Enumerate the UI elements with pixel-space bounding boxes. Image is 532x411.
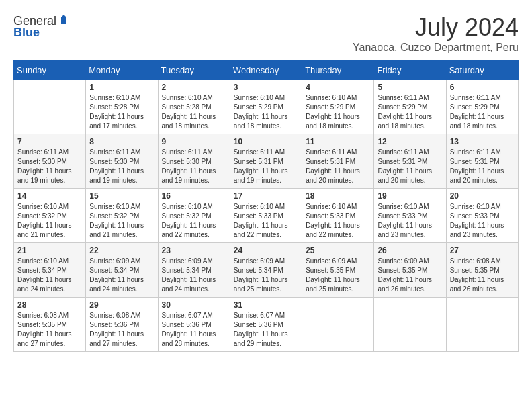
day-number: 31 (234, 300, 298, 310)
month-title: July 2024 (353, 13, 519, 42)
weekday-header-friday: Friday (374, 61, 446, 80)
day-info: Sunrise: 6:11 AM Sunset: 5:29 PM Dayligh… (450, 93, 515, 131)
sunset-text: Sunset: 5:35 PM (450, 267, 500, 274)
day-info: Sunrise: 6:09 AM Sunset: 5:35 PM Dayligh… (306, 257, 370, 294)
calendar-cell: 5 Sunrise: 6:11 AM Sunset: 5:29 PM Dayli… (374, 80, 446, 134)
location-title: Yanaoca, Cuzco Department, Peru (353, 42, 519, 54)
calendar-cell: 21 Sunrise: 6:10 AM Sunset: 5:34 PM Dayl… (14, 243, 86, 298)
day-info: Sunrise: 6:10 AM Sunset: 5:33 PM Dayligh… (306, 202, 370, 240)
svg-marker-0 (58, 15, 69, 24)
day-info: Sunrise: 6:10 AM Sunset: 5:33 PM Dayligh… (234, 202, 298, 240)
calendar-cell: 14 Sunrise: 6:10 AM Sunset: 5:32 PM Dayl… (14, 189, 86, 243)
sunset-text: Sunset: 5:33 PM (306, 212, 355, 220)
day-number: 12 (378, 137, 442, 146)
day-info: Sunrise: 6:10 AM Sunset: 5:32 PM Dayligh… (89, 202, 154, 240)
sunrise-text: Sunrise: 6:10 AM (450, 203, 501, 210)
calendar-cell: 17 Sunrise: 6:10 AM Sunset: 5:33 PM Dayl… (230, 189, 302, 243)
calendar-cell: 15 Sunrise: 6:10 AM Sunset: 5:32 PM Dayl… (86, 189, 158, 243)
title-section: July 2024 Yanaoca, Cuzco Department, Per… (353, 13, 519, 54)
logo-arrow-icon (58, 15, 69, 28)
sunset-text: Sunset: 5:36 PM (162, 321, 212, 328)
sunset-text: Sunset: 5:32 PM (17, 212, 67, 220)
weekday-header-wednesday: Wednesday (230, 61, 302, 80)
calendar-cell: 16 Sunrise: 6:10 AM Sunset: 5:32 PM Dayl… (158, 189, 230, 243)
day-number: 29 (89, 300, 154, 310)
sunrise-text: Sunrise: 6:11 AM (162, 148, 213, 156)
day-number: 28 (17, 300, 82, 310)
calendar-cell: 3 Sunrise: 6:10 AM Sunset: 5:29 PM Dayli… (230, 80, 302, 134)
day-info: Sunrise: 6:07 AM Sunset: 5:36 PM Dayligh… (162, 311, 226, 349)
calendar-cell: 27 Sunrise: 6:08 AM Sunset: 5:35 PM Dayl… (446, 243, 518, 298)
calendar-cell: 8 Sunrise: 6:11 AM Sunset: 5:30 PM Dayli… (86, 134, 158, 189)
sunrise-text: Sunrise: 6:10 AM (306, 203, 357, 210)
calendar-cell: 28 Sunrise: 6:08 AM Sunset: 5:35 PM Dayl… (14, 298, 86, 352)
sunrise-text: Sunrise: 6:11 AM (378, 148, 429, 156)
calendar-cell (374, 298, 446, 352)
sunset-text: Sunset: 5:28 PM (89, 103, 139, 111)
day-number: 11 (306, 137, 370, 146)
sunset-text: Sunset: 5:29 PM (234, 103, 283, 111)
sunrise-text: Sunrise: 6:08 AM (450, 257, 501, 265)
sunrise-text: Sunrise: 6:11 AM (378, 94, 429, 101)
sunrise-text: Sunrise: 6:11 AM (450, 148, 501, 156)
daylight-text: Daylight: 11 hours and 18 minutes. (378, 113, 432, 130)
sunset-text: Sunset: 5:29 PM (306, 103, 355, 111)
sunrise-text: Sunrise: 6:11 AM (450, 94, 501, 101)
daylight-text: Daylight: 11 hours and 20 minutes. (306, 167, 360, 184)
sunrise-text: Sunrise: 6:08 AM (17, 312, 69, 319)
day-number: 3 (234, 83, 298, 92)
daylight-text: Daylight: 11 hours and 25 minutes. (234, 276, 288, 293)
calendar-cell: 24 Sunrise: 6:09 AM Sunset: 5:34 PM Dayl… (230, 243, 302, 298)
day-number: 24 (234, 246, 298, 255)
day-number: 17 (234, 191, 298, 201)
day-info: Sunrise: 6:11 AM Sunset: 5:29 PM Dayligh… (378, 93, 442, 131)
sunrise-text: Sunrise: 6:10 AM (89, 203, 140, 210)
day-info: Sunrise: 6:09 AM Sunset: 5:34 PM Dayligh… (162, 257, 226, 294)
day-number: 5 (378, 83, 442, 92)
sunset-text: Sunset: 5:29 PM (450, 103, 500, 111)
calendar-cell (14, 80, 86, 134)
day-number: 14 (17, 191, 82, 201)
calendar-cell: 6 Sunrise: 6:11 AM Sunset: 5:29 PM Dayli… (446, 80, 518, 134)
calendar-cell: 23 Sunrise: 6:09 AM Sunset: 5:34 PM Dayl… (158, 243, 230, 298)
day-number: 9 (162, 137, 226, 146)
calendar-cell: 25 Sunrise: 6:09 AM Sunset: 5:35 PM Dayl… (302, 243, 374, 298)
day-number: 2 (162, 83, 226, 92)
sunset-text: Sunset: 5:33 PM (378, 212, 427, 220)
day-number: 6 (450, 83, 515, 92)
daylight-text: Daylight: 11 hours and 24 minutes. (89, 276, 144, 293)
daylight-text: Daylight: 11 hours and 20 minutes. (450, 167, 504, 184)
sunrise-text: Sunrise: 6:09 AM (162, 257, 213, 265)
calendar-cell: 31 Sunrise: 6:07 AM Sunset: 5:36 PM Dayl… (230, 298, 302, 352)
sunrise-text: Sunrise: 6:09 AM (306, 257, 357, 265)
weekday-header-saturday: Saturday (446, 61, 518, 80)
daylight-text: Daylight: 11 hours and 29 minutes. (234, 330, 288, 347)
weekday-header-tuesday: Tuesday (158, 61, 230, 80)
weekday-header-row: SundayMondayTuesdayWednesdayThursdayFrid… (14, 61, 519, 80)
day-info: Sunrise: 6:10 AM Sunset: 5:29 PM Dayligh… (234, 93, 298, 131)
daylight-text: Daylight: 11 hours and 22 minutes. (162, 222, 216, 238)
sunset-text: Sunset: 5:35 PM (17, 321, 67, 328)
day-number: 4 (306, 83, 370, 92)
day-info: Sunrise: 6:11 AM Sunset: 5:30 PM Dayligh… (89, 148, 154, 185)
sunset-text: Sunset: 5:31 PM (306, 158, 355, 165)
calendar-cell: 13 Sunrise: 6:11 AM Sunset: 5:31 PM Dayl… (446, 134, 518, 189)
sunset-text: Sunset: 5:33 PM (450, 212, 500, 220)
day-number: 21 (17, 246, 82, 255)
day-info: Sunrise: 6:08 AM Sunset: 5:36 PM Dayligh… (89, 311, 154, 349)
calendar-cell: 26 Sunrise: 6:09 AM Sunset: 5:35 PM Dayl… (374, 243, 446, 298)
sunrise-text: Sunrise: 6:10 AM (17, 203, 69, 210)
daylight-text: Daylight: 11 hours and 17 minutes. (89, 113, 144, 130)
day-number: 16 (162, 191, 226, 201)
calendar-cell: 30 Sunrise: 6:07 AM Sunset: 5:36 PM Dayl… (158, 298, 230, 352)
daylight-text: Daylight: 11 hours and 25 minutes. (306, 276, 360, 293)
day-number: 23 (162, 246, 226, 255)
daylight-text: Daylight: 11 hours and 18 minutes. (450, 113, 504, 130)
sunset-text: Sunset: 5:30 PM (89, 158, 139, 165)
day-number: 15 (89, 191, 154, 201)
sunrise-text: Sunrise: 6:11 AM (306, 148, 357, 156)
calendar-cell: 7 Sunrise: 6:11 AM Sunset: 5:30 PM Dayli… (14, 134, 86, 189)
day-info: Sunrise: 6:10 AM Sunset: 5:33 PM Dayligh… (450, 202, 515, 240)
day-info: Sunrise: 6:10 AM Sunset: 5:32 PM Dayligh… (17, 202, 82, 240)
sunrise-text: Sunrise: 6:11 AM (89, 148, 140, 156)
